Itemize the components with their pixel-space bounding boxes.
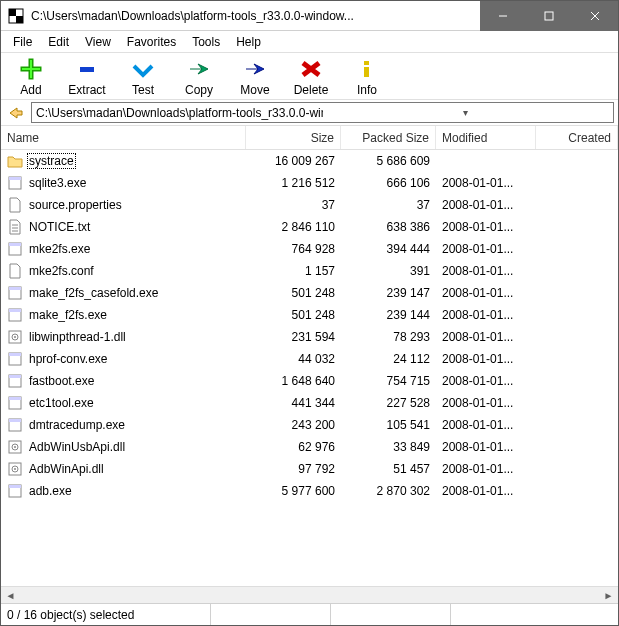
svg-rect-20	[9, 309, 21, 312]
toolbar-label: Add	[20, 83, 41, 97]
file-size: 764 928	[246, 242, 341, 256]
toolbar-delete-button[interactable]: Delete	[287, 57, 335, 97]
file-name: make_f2fs_casefold.exe	[27, 285, 160, 301]
toolbar-add-button[interactable]: Add	[7, 57, 55, 97]
file-size: 441 344	[246, 396, 341, 410]
file-row[interactable]: source.properties37372008-01-01...	[1, 194, 618, 216]
toolbar-test-button[interactable]: Test	[119, 57, 167, 97]
exe-icon	[7, 483, 23, 499]
toolbar-copy-button[interactable]: Copy	[175, 57, 223, 97]
file-packed-size: 5 686 609	[341, 154, 436, 168]
file-modified: 2008-01-01...	[436, 352, 536, 366]
file-row[interactable]: sqlite3.exe1 216 512666 1062008-01-01...	[1, 172, 618, 194]
window-title: C:\Users\madan\Downloads\platform-tools_…	[31, 9, 480, 23]
svg-rect-25	[9, 353, 21, 356]
file-rows: systrace16 009 2675 686 609sqlite3.exe1 …	[1, 150, 618, 586]
file-size: 97 792	[246, 462, 341, 476]
menu-edit[interactable]: Edit	[40, 33, 77, 51]
file-packed-size: 51 457	[341, 462, 436, 476]
menu-favorites[interactable]: Favorites	[119, 33, 184, 51]
toolbar-extract-button[interactable]: Extract	[63, 57, 111, 97]
file-row[interactable]: mke2fs.conf1 1573912008-01-01...	[1, 260, 618, 282]
file-name: NOTICE.txt	[27, 219, 92, 235]
file-size: 243 200	[246, 418, 341, 432]
svg-rect-2	[16, 16, 23, 23]
toolbar-label: Copy	[185, 83, 213, 97]
col-modified[interactable]: Modified	[436, 126, 536, 149]
file-row[interactable]: hprof-conv.exe44 03224 1122008-01-01...	[1, 348, 618, 370]
file-row[interactable]: etc1tool.exe441 344227 5282008-01-01...	[1, 392, 618, 414]
folder-icon	[7, 153, 23, 169]
file-packed-size: 33 849	[341, 440, 436, 454]
dll-icon	[7, 439, 23, 455]
status-seg3	[331, 604, 451, 625]
path-dropdown-icon[interactable]: ▾	[323, 107, 610, 118]
path-input[interactable]: C:\Users\madan\Downloads\platform-tools_…	[31, 102, 614, 123]
file-name: AdbWinUsbApi.dll	[27, 439, 127, 455]
file-row[interactable]: make_f2fs.exe501 248239 1442008-01-01...	[1, 304, 618, 326]
file-name: AdbWinApi.dll	[27, 461, 106, 477]
menubar: File Edit View Favorites Tools Help	[1, 31, 618, 53]
toolbar: AddExtractTestCopyMoveDeleteInfo	[1, 53, 618, 100]
menu-view[interactable]: View	[77, 33, 119, 51]
hscrollbar[interactable]: ◄ ►	[1, 586, 618, 603]
file-size: 1 157	[246, 264, 341, 278]
dll-icon	[7, 461, 23, 477]
file-icon	[7, 197, 23, 213]
file-name: source.properties	[27, 197, 124, 213]
svg-rect-8	[364, 61, 369, 65]
col-created[interactable]: Created	[536, 126, 618, 149]
toolbar-label: Move	[240, 83, 269, 97]
file-modified: 2008-01-01...	[436, 396, 536, 410]
col-size[interactable]: Size	[246, 126, 341, 149]
file-modified: 2008-01-01...	[436, 198, 536, 212]
file-size: 231 594	[246, 330, 341, 344]
minimize-button[interactable]	[480, 1, 526, 31]
svg-rect-11	[9, 177, 21, 180]
menu-file[interactable]: File	[5, 33, 40, 51]
file-packed-size: 394 444	[341, 242, 436, 256]
file-modified: 2008-01-01...	[436, 330, 536, 344]
file-row[interactable]: systrace16 009 2675 686 609	[1, 150, 618, 172]
titlebar[interactable]: C:\Users\madan\Downloads\platform-tools_…	[1, 1, 618, 31]
toolbar-move-button[interactable]: Move	[231, 57, 279, 97]
exe-icon	[7, 351, 23, 367]
file-row[interactable]: mke2fs.exe764 928394 4442008-01-01...	[1, 238, 618, 260]
svg-rect-18	[9, 287, 21, 290]
file-modified: 2008-01-01...	[436, 176, 536, 190]
menu-tools[interactable]: Tools	[184, 33, 228, 51]
file-modified: 2008-01-01...	[436, 242, 536, 256]
svg-point-37	[14, 468, 16, 470]
file-row[interactable]: fastboot.exe1 648 640754 7152008-01-01..…	[1, 370, 618, 392]
file-packed-size: 391	[341, 264, 436, 278]
file-name: systrace	[27, 153, 76, 169]
toolbar-info-button[interactable]: Info	[343, 57, 391, 97]
close-button[interactable]	[572, 1, 618, 31]
svg-point-34	[14, 446, 16, 448]
col-packed-size[interactable]: Packed Size	[341, 126, 436, 149]
file-row[interactable]: make_f2fs_casefold.exe501 248239 1472008…	[1, 282, 618, 304]
file-row[interactable]: AdbWinApi.dll97 79251 4572008-01-01...	[1, 458, 618, 480]
toolbar-label: Delete	[294, 83, 329, 97]
file-list: Name Size Packed Size Modified Created s…	[1, 126, 618, 603]
scroll-right-icon[interactable]: ►	[600, 588, 617, 603]
file-name: dmtracedump.exe	[27, 417, 127, 433]
scroll-left-icon[interactable]: ◄	[2, 588, 19, 603]
exe-icon	[7, 285, 23, 301]
file-row[interactable]: AdbWinUsbApi.dll62 97633 8492008-01-01..…	[1, 436, 618, 458]
file-size: 16 009 267	[246, 154, 341, 168]
file-size: 5 977 600	[246, 484, 341, 498]
svg-rect-27	[9, 375, 21, 378]
file-row[interactable]: adb.exe5 977 6002 870 3022008-01-01...	[1, 480, 618, 502]
exe-icon	[7, 395, 23, 411]
file-modified: 2008-01-01...	[436, 418, 536, 432]
menu-help[interactable]: Help	[228, 33, 269, 51]
file-modified: 2008-01-01...	[436, 220, 536, 234]
file-row[interactable]: NOTICE.txt2 846 110638 3862008-01-01...	[1, 216, 618, 238]
up-button[interactable]	[5, 103, 27, 123]
file-row[interactable]: dmtracedump.exe243 200105 5412008-01-01.…	[1, 414, 618, 436]
file-modified: 2008-01-01...	[436, 286, 536, 300]
file-row[interactable]: libwinpthread-1.dll231 59478 2932008-01-…	[1, 326, 618, 348]
col-name[interactable]: Name	[1, 126, 246, 149]
maximize-button[interactable]	[526, 1, 572, 31]
